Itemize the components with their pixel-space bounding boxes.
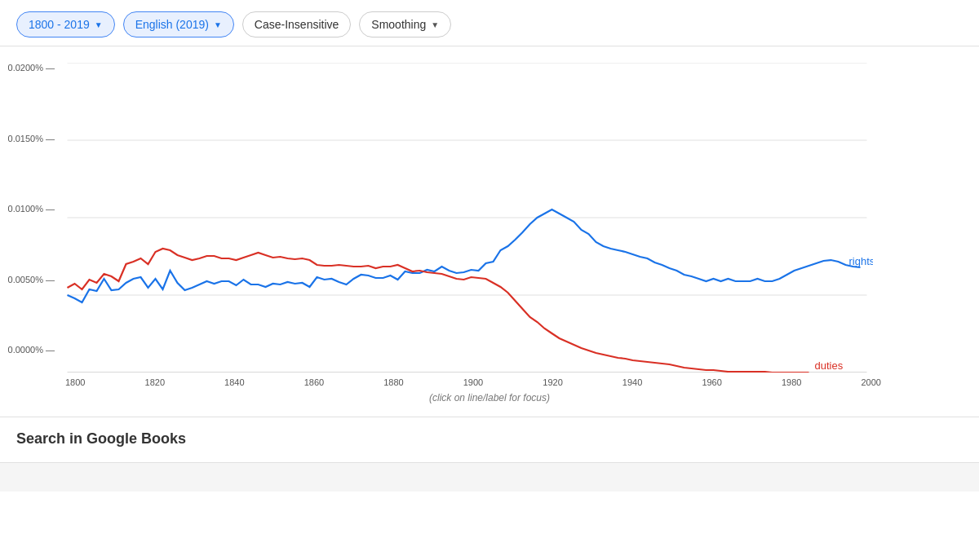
- x-label-1840: 1840: [224, 377, 244, 387]
- x-axis: 1800 1820 1840 1860 1880 1900 1920 1940 …: [0, 373, 979, 387]
- x-label-1800: 1800: [65, 377, 85, 387]
- search-section-title: Search in Google Books: [16, 430, 963, 448]
- chart-svg: rights duties: [61, 63, 873, 373]
- x-label-1900: 1900: [463, 377, 483, 387]
- smoothing-label: Smoothing: [371, 18, 426, 31]
- rights-line[interactable]: [68, 209, 861, 302]
- duties-line[interactable]: [68, 249, 809, 373]
- x-label-1820: 1820: [145, 377, 165, 387]
- x-label-1960: 1960: [702, 377, 721, 387]
- y-label-2: 0.0100% —: [8, 204, 55, 214]
- search-section: Search in Google Books: [0, 417, 979, 462]
- x-label-1940: 1940: [622, 377, 642, 387]
- click-hint: (click on line/label for focus): [0, 392, 979, 403]
- case-label: Case-Insensitive: [255, 18, 339, 31]
- rights-label[interactable]: rights: [849, 255, 874, 267]
- y-label-1: 0.0050% —: [8, 275, 55, 284]
- x-label-1880: 1880: [383, 377, 403, 387]
- y-label-0: 0.0000% —: [8, 345, 55, 355]
- y-axis: 0.0200% — 0.0150% — 0.0100% — 0.0050% — …: [0, 63, 61, 355]
- y-label-3: 0.0150% —: [8, 134, 55, 143]
- language-dropdown[interactable]: English (2019) ▼: [123, 11, 234, 37]
- toolbar: 1800 - 2019 ▼ English (2019) ▼ Case-Inse…: [0, 0, 979, 46]
- y-label-4: 0.0200% —: [8, 63, 55, 73]
- x-label-1980: 1980: [782, 377, 801, 387]
- language-arrow-icon: ▼: [214, 20, 222, 29]
- x-label-1920: 1920: [543, 377, 562, 387]
- duties-label[interactable]: duties: [815, 359, 844, 372]
- x-label-2000: 2000: [861, 377, 880, 387]
- date-range-arrow-icon: ▼: [95, 20, 103, 29]
- bottom-bar: [0, 462, 979, 492]
- date-range-label: 1800 - 2019: [29, 18, 90, 31]
- date-range-dropdown[interactable]: 1800 - 2019 ▼: [16, 11, 115, 37]
- language-label: English (2019): [135, 18, 209, 31]
- smoothing-arrow-icon: ▼: [431, 20, 439, 29]
- smoothing-dropdown[interactable]: Smoothing ▼: [359, 11, 451, 37]
- case-button[interactable]: Case-Insensitive: [242, 11, 352, 37]
- x-label-1860: 1860: [304, 377, 324, 387]
